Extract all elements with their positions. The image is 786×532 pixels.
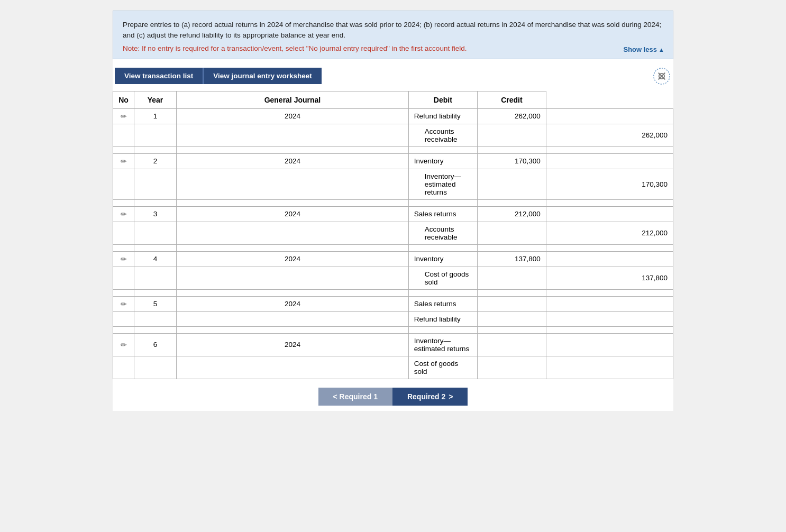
cell-year: 2024 (177, 153, 409, 169)
spacer-row (113, 244, 673, 251)
tab-bar: View transaction list View journal entry… (113, 67, 673, 86)
col-header-credit: Credit (477, 91, 546, 108)
cell-year (177, 169, 409, 199)
cell-year: 2024 (177, 206, 409, 222)
cell-year (177, 356, 409, 379)
cell-credit[interactable]: 170,300 (546, 169, 673, 199)
cell-account[interactable]: Cost of goods sold (408, 267, 477, 289)
cell-year (177, 222, 409, 244)
settings-icon[interactable] (652, 67, 671, 86)
cell-credit[interactable] (546, 311, 673, 326)
cell-no (134, 267, 177, 289)
cell-account[interactable]: Sales returns (408, 296, 477, 311)
cell-no (134, 222, 177, 244)
cell-no: 3 (134, 206, 177, 222)
cell-credit[interactable] (546, 251, 673, 267)
cell-account[interactable]: Accounts receivable (408, 222, 477, 244)
table-row: Accounts receivable262,000 (113, 124, 673, 146)
cell-debit[interactable] (477, 222, 546, 244)
spacer-row (113, 199, 673, 206)
cell-year: 2024 (177, 251, 409, 267)
table-row: ✏12024Refund liability262,000 (113, 108, 673, 124)
cell-year (177, 267, 409, 289)
cell-year: 2024 (177, 108, 409, 124)
table-row: Cost of goods sold (113, 356, 673, 379)
tab-journal-entry-worksheet[interactable]: View journal entry worksheet (204, 68, 322, 84)
edit-icon[interactable]: ✏ (121, 300, 127, 308)
cell-account[interactable]: Inventory—estimated returns (408, 333, 477, 356)
cell-account[interactable]: Inventory (408, 153, 477, 169)
cell-year: 2024 (177, 333, 409, 356)
instruction-note-text: Note: If no entry is required for a tran… (123, 44, 663, 52)
table-row: ✏52024Sales returns (113, 296, 673, 311)
cell-debit[interactable]: 212,000 (477, 206, 546, 222)
cell-credit[interactable] (546, 153, 673, 169)
cell-debit[interactable]: 262,000 (477, 108, 546, 124)
table-row: Inventory—estimated returns170,300 (113, 169, 673, 199)
table-row: ✏62024Inventory—estimated returns (113, 333, 673, 356)
table-row: Refund liability (113, 311, 673, 326)
edit-icon[interactable]: ✏ (121, 210, 127, 218)
edit-icon[interactable]: ✏ (121, 112, 127, 121)
cell-year: 2024 (177, 296, 409, 311)
table-row: ✏22024Inventory170,300 (113, 153, 673, 169)
cell-account[interactable]: Inventory—estimated returns (408, 169, 477, 199)
cell-credit[interactable]: 212,000 (546, 222, 673, 244)
edit-icon[interactable]: ✏ (121, 341, 127, 349)
edit-icon[interactable]: ✏ (121, 157, 127, 166)
tabs-container: View transaction list View journal entry… (115, 68, 322, 84)
prev-button[interactable]: Required 1 (318, 388, 392, 406)
cell-no (134, 124, 177, 146)
tab-transaction-list[interactable]: View transaction list (115, 68, 204, 84)
show-less-button[interactable]: Show less (623, 45, 664, 53)
cell-year (177, 124, 409, 146)
cell-no (134, 311, 177, 326)
cell-no (134, 169, 177, 199)
next-button[interactable]: Required 2 (392, 388, 468, 406)
cell-no: 4 (134, 251, 177, 267)
instruction-box: Prepare entries to (a) record actual ret… (113, 11, 673, 59)
journal-table: No Year General Journal Debit Credit ✏12… (113, 91, 673, 379)
col-header-debit: Debit (408, 91, 477, 108)
cell-debit[interactable] (477, 356, 546, 379)
spacer-row (113, 326, 673, 333)
table-row: ✏32024Sales returns212,000 (113, 206, 673, 222)
cell-credit[interactable] (546, 108, 673, 124)
cell-account[interactable]: Accounts receivable (408, 124, 477, 146)
cell-debit[interactable] (477, 267, 546, 289)
cell-debit[interactable]: 170,300 (477, 153, 546, 169)
cell-no: 1 (134, 108, 177, 124)
cell-credit[interactable] (546, 333, 673, 356)
col-header-general-journal: General Journal (177, 91, 409, 108)
cell-no: 2 (134, 153, 177, 169)
table-row: ✏42024Inventory137,800 (113, 251, 673, 267)
cell-account[interactable]: Cost of goods sold (408, 356, 477, 379)
table-row: Cost of goods sold137,800 (113, 267, 673, 289)
col-header-no: No (113, 91, 134, 108)
cell-debit[interactable] (477, 124, 546, 146)
col-header-year: Year (134, 91, 177, 108)
cell-debit[interactable] (477, 333, 546, 356)
cell-debit[interactable]: 137,800 (477, 251, 546, 267)
cell-debit[interactable] (477, 311, 546, 326)
cell-year (177, 311, 409, 326)
cell-debit[interactable] (477, 296, 546, 311)
cell-account[interactable]: Sales returns (408, 206, 477, 222)
cell-credit[interactable] (546, 296, 673, 311)
cell-account[interactable]: Inventory (408, 251, 477, 267)
cell-credit[interactable] (546, 356, 673, 379)
spacer-row (113, 146, 673, 153)
cell-credit[interactable]: 137,800 (546, 267, 673, 289)
cell-credit[interactable]: 262,000 (546, 124, 673, 146)
edit-icon[interactable]: ✏ (121, 255, 127, 263)
instruction-main-text: Prepare entries to (a) record actual ret… (123, 20, 663, 41)
spacer-row (113, 289, 673, 296)
cell-no (134, 356, 177, 379)
cell-debit[interactable] (477, 169, 546, 199)
cell-account[interactable]: Refund liability (408, 108, 477, 124)
cell-no: 6 (134, 333, 177, 356)
cell-credit[interactable] (546, 206, 673, 222)
table-row: Accounts receivable212,000 (113, 222, 673, 244)
navigation-buttons: Required 1 Required 2 (113, 388, 673, 406)
cell-account[interactable]: Refund liability (408, 311, 477, 326)
